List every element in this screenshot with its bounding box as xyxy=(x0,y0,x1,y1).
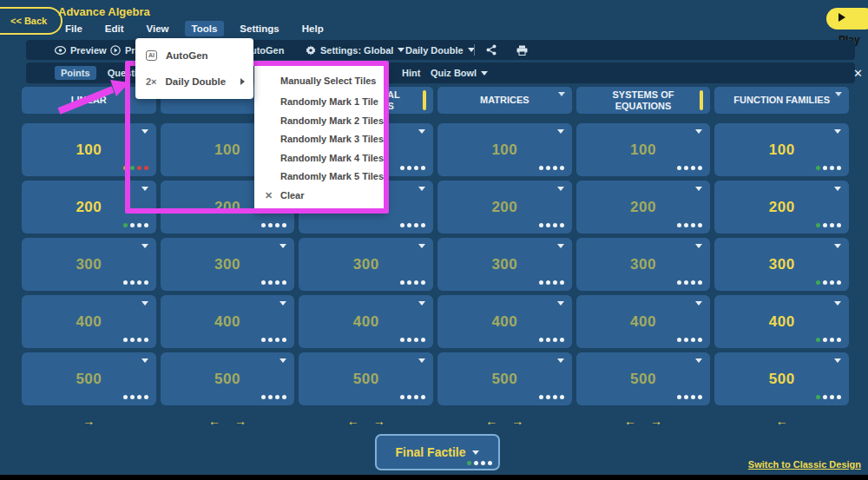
chevron-down-icon[interactable] xyxy=(834,358,841,363)
chevron-down-icon[interactable] xyxy=(834,301,841,306)
move-left-arrow[interactable]: ← xyxy=(776,414,788,428)
quiz-bowl-dropdown[interactable]: Quiz Bowl xyxy=(431,62,488,83)
tile-4-500[interactable]: 500 xyxy=(437,352,572,405)
print-button[interactable] xyxy=(516,40,528,60)
chevron-down-icon[interactable] xyxy=(695,358,702,363)
tile-1-300[interactable]: 300 xyxy=(22,238,156,291)
submenu-item-randomly-mark-2-tiles[interactable]: Randomly Mark 2 Tiles xyxy=(254,112,386,131)
tile-1-400[interactable]: 400 xyxy=(22,295,156,348)
tile-2-500[interactable]: 500 xyxy=(161,352,295,405)
chevron-down-icon[interactable] xyxy=(557,301,564,306)
submenu-item-randomly-mark-4-tiles[interactable]: Randomly Mark 4 Tiles xyxy=(254,149,386,168)
column-header-4[interactable]: MATRICES xyxy=(437,87,572,114)
tile-5-200[interactable]: 200 xyxy=(576,181,711,233)
submenu-item-manually-select-tiles[interactable]: Manually Select Tiles xyxy=(254,71,386,93)
menu-tools[interactable]: Tools xyxy=(185,21,225,36)
column-header-6[interactable]: FUNCTION FAMILIES xyxy=(714,87,849,114)
move-right-arrow[interactable]: → xyxy=(511,414,523,428)
chevron-down-icon[interactable] xyxy=(695,187,702,191)
tile-3-500[interactable]: 500 xyxy=(299,352,433,405)
chevron-down-icon[interactable] xyxy=(418,244,425,248)
submenu-item-randomly-mark-5-tiles[interactable]: Randomly Mark 5 Tiles xyxy=(254,168,386,187)
column-header-5[interactable]: SYSTEMS OF EQUATIONS xyxy=(576,87,711,114)
tile-3-400[interactable]: 400 xyxy=(299,295,433,348)
move-left-arrow[interactable]: ← xyxy=(347,414,359,428)
tile-4-400[interactable]: 400 xyxy=(437,295,572,348)
tab-points[interactable]: Points xyxy=(55,66,96,80)
chevron-down-icon[interactable] xyxy=(834,129,841,134)
chevron-down-icon[interactable] xyxy=(695,301,702,306)
chevron-down-icon[interactable] xyxy=(418,129,425,134)
chevron-down-icon[interactable] xyxy=(279,301,286,306)
tile-6-200[interactable]: 200 xyxy=(714,181,849,233)
submenu-item-randomly-mark-3-tiles[interactable]: Randomly Mark 3 Tiles xyxy=(254,130,386,149)
menu-edit[interactable]: Edit xyxy=(98,21,131,36)
tile-2-300[interactable]: 300 xyxy=(161,238,295,291)
back-button[interactable]: << Back xyxy=(0,7,62,35)
tile-1-200[interactable]: 200 xyxy=(22,181,156,233)
settings-global-button[interactable]: Settings: Global xyxy=(306,40,404,60)
menu-settings[interactable]: Settings xyxy=(233,21,286,36)
chevron-down-icon[interactable] xyxy=(279,358,286,363)
tile-6-500[interactable]: 500 xyxy=(714,352,849,405)
switch-classic-link[interactable]: Switch to Classic Design xyxy=(748,459,861,470)
chevron-down-icon[interactable] xyxy=(835,92,842,96)
tools-menu-item-autogen[interactable]: AIAutoGen xyxy=(135,43,253,69)
tile-5-500[interactable]: 500 xyxy=(576,352,711,405)
chevron-down-icon[interactable] xyxy=(279,244,286,248)
chevron-down-icon[interactable] xyxy=(557,129,564,134)
share-button[interactable] xyxy=(486,40,496,60)
tile-5-400[interactable]: 400 xyxy=(576,295,711,348)
tile-5-100[interactable]: 100 xyxy=(576,123,711,176)
final-factile-button[interactable]: Final Factile xyxy=(375,434,500,470)
preview-button[interactable]: Preview xyxy=(55,40,107,60)
move-right-arrow[interactable]: → xyxy=(650,414,662,428)
tile-3-300[interactable]: 300 xyxy=(299,238,433,291)
chevron-down-icon[interactable] xyxy=(141,301,148,306)
chevron-down-icon[interactable] xyxy=(141,187,148,191)
tools-menu-item-daily-double[interactable]: 2×Daily Double xyxy=(135,69,253,95)
chevron-down-icon[interactable] xyxy=(834,187,841,191)
daily-double-toolbar-button[interactable]: Daily Double xyxy=(405,40,475,60)
tile-5-300[interactable]: 300 xyxy=(576,238,711,291)
status-dot-white xyxy=(677,338,681,342)
move-left-arrow[interactable]: ← xyxy=(485,414,497,428)
chevron-down-icon[interactable] xyxy=(695,244,702,248)
chevron-down-icon[interactable] xyxy=(141,358,148,363)
menu-file[interactable]: File xyxy=(58,21,89,36)
tile-2-400[interactable]: 400 xyxy=(161,295,295,348)
tile-4-200[interactable]: 200 xyxy=(437,181,572,233)
move-right-arrow[interactable]: → xyxy=(82,414,95,428)
chevron-down-icon[interactable] xyxy=(557,187,564,191)
chevron-down-icon[interactable] xyxy=(557,244,564,248)
move-left-arrow[interactable]: ← xyxy=(624,414,636,428)
chevron-down-icon[interactable] xyxy=(418,358,425,363)
status-dot-green xyxy=(816,395,820,399)
tile-1-500[interactable]: 500 xyxy=(22,352,156,405)
tab-hint[interactable]: Hint xyxy=(402,62,420,83)
tile-value: 500 xyxy=(353,371,379,388)
tile-6-400[interactable]: 400 xyxy=(714,295,849,348)
tile-4-300[interactable]: 300 xyxy=(437,238,572,291)
chevron-down-icon[interactable] xyxy=(418,187,425,191)
play-button[interactable]: Play xyxy=(826,8,868,30)
move-right-arrow[interactable]: → xyxy=(373,414,385,428)
submenu-item-randomly-mark-1-tile[interactable]: Randomly Mark 1 Tile xyxy=(254,93,386,112)
menu-view[interactable]: View xyxy=(140,21,176,36)
chevron-down-icon[interactable] xyxy=(558,92,565,96)
chevron-down-icon[interactable] xyxy=(141,129,148,134)
tile-1-100[interactable]: 100 xyxy=(22,123,156,176)
submenu-item-clear[interactable]: ✕Clear xyxy=(254,187,386,206)
close-bar-button[interactable]: ✕ xyxy=(853,62,863,83)
tile-6-300[interactable]: 300 xyxy=(714,238,849,291)
chevron-down-icon[interactable] xyxy=(141,244,148,248)
tile-4-100[interactable]: 100 xyxy=(437,123,572,176)
chevron-down-icon[interactable] xyxy=(557,358,564,363)
chevron-down-icon[interactable] xyxy=(695,129,702,134)
chevron-down-icon[interactable] xyxy=(834,244,841,248)
tile-6-100[interactable]: 100 xyxy=(714,123,849,176)
menu-help[interactable]: Help xyxy=(295,21,331,36)
move-right-arrow[interactable]: → xyxy=(234,414,247,428)
chevron-down-icon[interactable] xyxy=(418,301,425,306)
move-left-arrow[interactable]: ← xyxy=(208,414,220,428)
